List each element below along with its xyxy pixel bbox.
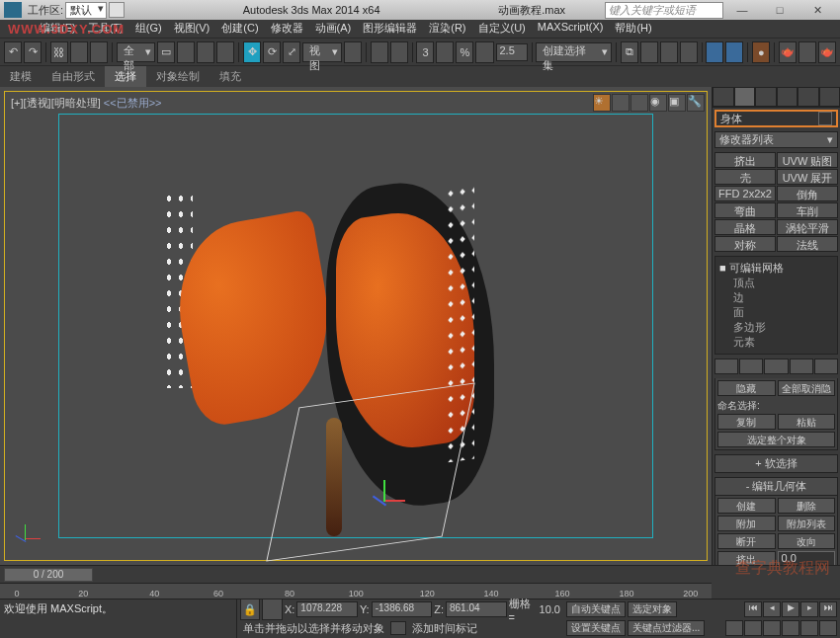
schematic-view-icon[interactable]: [725, 41, 743, 63]
named-selection-dropdown[interactable]: 创建选择集: [536, 42, 611, 62]
stack-element[interactable]: 元素: [719, 335, 833, 350]
material-editor-icon[interactable]: ●: [752, 41, 770, 63]
nav-fov-icon[interactable]: [763, 620, 781, 636]
x-coord-input[interactable]: 1078.228: [296, 601, 358, 617]
vp-display-icon[interactable]: ▣: [668, 94, 686, 112]
maxscript-input[interactable]: [4, 619, 232, 637]
scale-icon[interactable]: ⤢: [283, 41, 300, 63]
nav-pan-icon[interactable]: [782, 620, 799, 636]
spinner-snap-icon[interactable]: [475, 41, 493, 63]
modifier-list-dropdown[interactable]: 修改器列表: [714, 131, 838, 148]
btn-detach[interactable]: 断开: [717, 533, 776, 549]
mod-unwrap[interactable]: UVW 展开: [777, 169, 838, 185]
btn-turn[interactable]: 改向: [778, 533, 836, 549]
vp-light-icon[interactable]: ☀: [593, 94, 611, 112]
btn-select-whole[interactable]: 选定整个对象: [717, 432, 835, 447]
stack-vertex[interactable]: 顶点: [719, 276, 833, 290]
menu-maxscript[interactable]: MAXScript(X): [532, 20, 610, 38]
close-icon[interactable]: ✕: [798, 4, 836, 17]
percent-snap-icon[interactable]: %: [456, 41, 473, 63]
key-filter-button[interactable]: 关键点过滤器...: [628, 620, 705, 636]
mod-uvwmap[interactable]: UVW 贴图: [777, 152, 838, 168]
next-frame-icon[interactable]: ▸: [800, 601, 818, 617]
modifier-stack[interactable]: ■ 可编辑网格 顶点 边 面 多边形 元素: [714, 256, 838, 355]
nav-zoomall-icon[interactable]: [744, 620, 762, 636]
rollout-soft-select[interactable]: + 软选择: [714, 454, 838, 473]
menu-create[interactable]: 创建(C): [215, 20, 264, 38]
menu-help[interactable]: 帮助(H): [609, 20, 657, 38]
lock-selection-icon[interactable]: 🔒: [240, 598, 260, 620]
align-icon[interactable]: [640, 41, 658, 63]
app-logo-icon[interactable]: [4, 2, 22, 18]
select-icon[interactable]: ▭: [157, 41, 175, 63]
select-name-icon[interactable]: [177, 41, 195, 63]
menu-group[interactable]: 组(G): [129, 20, 168, 38]
stack-config-icon[interactable]: [814, 359, 838, 374]
stack-face[interactable]: 面: [719, 305, 833, 320]
mod-bevel[interactable]: 倒角: [777, 186, 838, 201]
workspace-dropdown[interactable]: 默认: [65, 2, 107, 19]
btn-paste[interactable]: 粘贴: [778, 414, 836, 430]
pivot-icon[interactable]: [344, 41, 362, 63]
mod-ffd[interactable]: FFD 2x2x2: [714, 186, 776, 201]
menu-modifiers[interactable]: 修改器: [265, 20, 309, 38]
angle-snap-icon[interactable]: [436, 41, 454, 63]
mod-lathe[interactable]: 车削: [777, 202, 838, 218]
viewport-perspective[interactable]: [+][透视][明暗处理] <<已禁用>> ☀ ◉ ▣ 🔧: [4, 91, 708, 561]
mod-shell[interactable]: 壳: [714, 169, 776, 185]
reference-coord-dropdown[interactable]: 视图: [302, 42, 342, 62]
abs-rel-icon[interactable]: [262, 598, 282, 620]
redo-icon[interactable]: ↷: [24, 41, 42, 63]
btn-unhide-all[interactable]: 全部取消隐藏: [778, 380, 836, 396]
btn-attach-list[interactable]: 附加列表: [778, 516, 836, 531]
stack-editable-mesh[interactable]: ■ 可编辑网格: [719, 261, 833, 276]
btn-create[interactable]: 创建: [717, 498, 776, 514]
goto-start-icon[interactable]: ⏮: [744, 601, 762, 617]
render-setup-icon[interactable]: 🫖: [779, 41, 797, 63]
cmd-tab-modify-icon[interactable]: [734, 87, 756, 107]
menu-graph-editor[interactable]: 图形编辑器: [357, 20, 423, 38]
maximize-icon[interactable]: □: [761, 4, 798, 16]
help-search-input[interactable]: 键入关键字或短语: [605, 2, 723, 19]
stack-polygon[interactable]: 多边形: [719, 320, 833, 335]
workspace-arrow-icon[interactable]: [109, 2, 125, 18]
time-tag-icon[interactable]: [390, 621, 406, 635]
menu-render[interactable]: 渲染(R): [423, 20, 471, 38]
ribbon-toggle-icon[interactable]: [680, 41, 698, 63]
bind-spacewarp-icon[interactable]: [90, 41, 108, 63]
mod-normal[interactable]: 法线: [777, 236, 838, 252]
goto-end-icon[interactable]: ⏭: [819, 601, 837, 617]
menu-customize[interactable]: 自定义(U): [472, 20, 532, 38]
prev-frame-icon[interactable]: ◂: [763, 601, 781, 617]
set-key-button[interactable]: 设置关键点: [566, 620, 626, 636]
stack-edge[interactable]: 边: [719, 290, 833, 305]
cmd-tab-motion-icon[interactable]: [777, 87, 798, 107]
object-name-field[interactable]: 身体: [714, 110, 838, 127]
render-icon[interactable]: 🫖: [818, 41, 836, 63]
maxscript-listener[interactable]: 欢迎使用 MAXScript。: [4, 601, 232, 619]
undo-icon[interactable]: ↶: [4, 41, 22, 63]
ribbon-tab-freeform[interactable]: 自由形式: [42, 66, 105, 87]
select-region-icon[interactable]: [197, 41, 214, 63]
spinner-value[interactable]: 2.5: [496, 43, 528, 61]
mod-extrude[interactable]: 挤出: [714, 152, 776, 168]
vp-create-icon[interactable]: [612, 94, 630, 112]
menu-view[interactable]: 视图(V): [168, 20, 216, 38]
time-slider-handle[interactable]: 0 / 200: [4, 568, 93, 582]
vp-motion-icon[interactable]: ◉: [649, 94, 667, 112]
add-time-marker[interactable]: 添加时间标记: [412, 621, 477, 636]
menu-animation[interactable]: 动画(A): [309, 20, 358, 38]
unlink-icon[interactable]: [70, 41, 88, 63]
stack-pin-icon[interactable]: [714, 359, 738, 374]
vp-hierarchy-icon[interactable]: [630, 94, 648, 112]
window-crossing-icon[interactable]: [216, 41, 234, 63]
btn-delete[interactable]: 删除: [778, 498, 836, 514]
btn-hide[interactable]: 隐藏: [717, 380, 776, 396]
cmd-tab-utilities-icon[interactable]: [819, 87, 841, 107]
rotate-icon[interactable]: ⟳: [263, 41, 281, 63]
manipulate-icon[interactable]: [371, 41, 388, 63]
stack-show-icon[interactable]: [739, 359, 763, 374]
ribbon-tab-populate[interactable]: 填充: [210, 66, 251, 87]
ribbon-tab-modeling[interactable]: 建模: [0, 66, 42, 87]
nav-orbit-icon[interactable]: [800, 620, 818, 636]
